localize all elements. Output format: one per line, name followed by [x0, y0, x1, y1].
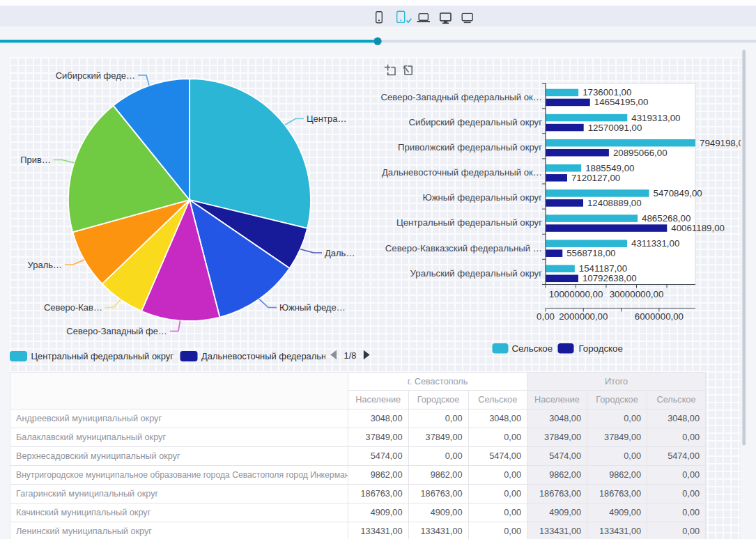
svg-text:Северо-Кав…: Северо-Кав… [44, 302, 102, 313]
svg-text:Центра…: Центра… [307, 114, 346, 124]
svg-text:Ураль…: Ураль… [28, 260, 63, 270]
svg-text:Южный федеральный округ: Южный федеральный округ [422, 192, 542, 203]
svg-text:7120127,00: 7120127,00 [571, 173, 620, 183]
svg-text:7949198,00: 7949198,00 [700, 138, 748, 148]
svg-text:Сельское: Сельское [512, 343, 553, 354]
svg-text:4311331,00: 4311331,00 [631, 238, 679, 249]
svg-text:5470849,00: 5470849,00 [654, 188, 702, 198]
svg-text:4319313,00: 4319313,00 [631, 113, 680, 123]
svg-text:1736001,00: 1736001,00 [583, 87, 631, 97]
svg-text:10792638,00: 10792638,00 [583, 273, 637, 283]
svg-text:1885549,00: 1885549,00 [585, 163, 634, 173]
svg-text:1/8: 1/8 [344, 350, 357, 361]
svg-text:Северо-Западный фе…: Северо-Западный фе… [66, 326, 167, 336]
svg-text:Северо-Западный федеральный ок: Северо-Западный федеральный ок… [380, 92, 542, 102]
svg-text:14654195,00: 14654195,00 [594, 97, 649, 107]
svg-text:20895066,00: 20895066,00 [613, 148, 668, 158]
svg-text:Дальневосточный федеральный ок: Дальневосточный федеральный округ [201, 351, 362, 361]
svg-text:Сибирский федеральный округ: Сибирский федеральный округ [408, 117, 542, 127]
svg-text:Городское: Городское [579, 343, 623, 354]
svg-text:Северо-Кавказский федеральный: Северо-Кавказский федеральный … [385, 243, 542, 253]
svg-text:2000000,00: 2000000,00 [559, 311, 608, 322]
svg-text:40061189,00: 40061189,00 [671, 223, 725, 233]
svg-text:Дальневосточный федеральный ок: Дальневосточный федеральный ок… [382, 167, 542, 178]
svg-text:10000000,00: 10000000,00 [549, 289, 603, 299]
svg-text:6000000,00: 6000000,00 [635, 311, 684, 322]
svg-text:Южный феде…: Южный феде… [279, 302, 346, 313]
svg-text:Сибирский феде…: Сибирский феде… [56, 70, 135, 81]
svg-text:Центральный федеральный округ: Центральный федеральный округ [396, 217, 542, 228]
svg-text:Уральский федеральный округ: Уральский федеральный округ [410, 268, 543, 279]
svg-text:0,00: 0,00 [537, 311, 555, 322]
svg-text:12570091,00: 12570091,00 [588, 123, 642, 133]
svg-text:Центральный федеральный округ: Центральный федеральный округ [31, 351, 174, 361]
svg-text:1541187,00: 1541187,00 [579, 263, 627, 274]
svg-text:Прив…: Прив… [20, 155, 51, 165]
svg-text:4865268,00: 4865268,00 [642, 213, 691, 224]
svg-text:30000000,00: 30000000,00 [610, 289, 664, 299]
svg-text:Приволжский федеральный округ: Приволжский федеральный округ [398, 142, 542, 153]
svg-text:Даль…: Даль… [325, 248, 355, 258]
svg-text:12408889,00: 12408889,00 [587, 198, 642, 208]
svg-text:5568718,00: 5568718,00 [566, 248, 615, 258]
